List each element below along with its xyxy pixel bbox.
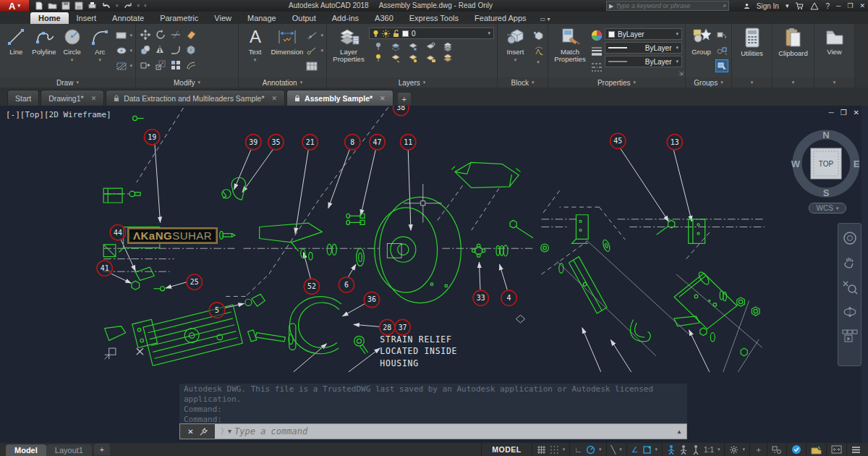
save-icon[interactable] bbox=[61, 1, 70, 10]
multileader-icon[interactable] bbox=[305, 44, 318, 57]
lineweight-icon[interactable] bbox=[590, 45, 603, 58]
hatch-tool-icon[interactable] bbox=[115, 59, 128, 72]
sign-in-button[interactable]: Sign In bbox=[757, 2, 779, 10]
tab-featured-apps[interactable]: Featured Apps bbox=[467, 12, 535, 24]
restore-button[interactable]: ❐ bbox=[847, 2, 853, 9]
annotation-autoscale-icon[interactable] bbox=[679, 444, 688, 455]
panel-label-annotation[interactable]: Annotation▾ bbox=[239, 77, 326, 88]
zoom-icon[interactable] bbox=[842, 280, 858, 295]
chevron-down-icon[interactable]: ▾ bbox=[563, 447, 566, 452]
linetype-icon[interactable] bbox=[590, 61, 603, 74]
ungroup-icon[interactable] bbox=[715, 29, 728, 42]
panel-dialog-launcher[interactable]: ⇲ bbox=[678, 70, 684, 77]
panel-label-clipboard[interactable]: ▾ bbox=[773, 77, 814, 88]
file-tab-start[interactable]: Start bbox=[7, 90, 39, 106]
viewport-controls[interactable]: [-][Top][2D Wireframe] bbox=[6, 110, 111, 119]
array-icon[interactable] bbox=[169, 59, 182, 72]
layer-thaw-icon[interactable] bbox=[408, 54, 418, 63]
trim-icon[interactable] bbox=[169, 28, 182, 41]
panel-label-modify[interactable]: Modify▾ bbox=[136, 77, 238, 88]
viewcube-east[interactable]: E bbox=[854, 159, 860, 169]
panel-label-block[interactable]: Block▾ bbox=[498, 77, 548, 88]
viewcube-top-face[interactable]: TOP bbox=[819, 160, 834, 168]
tab-addins[interactable]: Add-ins bbox=[324, 12, 367, 24]
tab-insert[interactable]: Insert bbox=[69, 12, 105, 24]
chevron-down-icon[interactable]: ▾ bbox=[718, 447, 720, 452]
doc-restore-button[interactable]: ❐ bbox=[841, 109, 847, 117]
erase-icon[interactable] bbox=[184, 28, 197, 41]
tab-a360[interactable]: A360 bbox=[367, 12, 401, 24]
search-input[interactable] bbox=[616, 2, 720, 9]
stretch-icon[interactable] bbox=[139, 59, 152, 72]
chevron-down-icon[interactable]: ▾ bbox=[655, 447, 658, 452]
polar-tracking-icon[interactable] bbox=[586, 445, 595, 455]
ellipse-tool-icon[interactable] bbox=[115, 44, 128, 57]
command-input[interactable] bbox=[234, 426, 676, 436]
group-button[interactable]: Group bbox=[689, 26, 714, 77]
panel-label-layers[interactable]: Layers▾ bbox=[327, 77, 497, 88]
annotation-monitor-icon[interactable]: ＋ bbox=[754, 444, 762, 455]
save-as-icon[interactable] bbox=[75, 1, 83, 10]
chevron-down-icon[interactable]: ▾ bbox=[532, 59, 545, 65]
chevron-down-icon[interactable]: ▾ bbox=[619, 447, 622, 452]
ortho-icon[interactable]: ∟ bbox=[574, 445, 582, 454]
new-tab-button[interactable]: + bbox=[398, 93, 411, 106]
layer-unlock-icon[interactable] bbox=[425, 54, 435, 63]
ribbon-minimize-icon[interactable]: ▭ ▾ bbox=[535, 14, 556, 24]
doc-close-button[interactable]: ✕ bbox=[854, 109, 859, 117]
scale-icon[interactable] bbox=[154, 59, 167, 72]
store-cart-icon[interactable] bbox=[795, 2, 804, 10]
object-snap-tracking-icon[interactable]: ∠ bbox=[631, 445, 639, 455]
offset-icon[interactable] bbox=[184, 59, 197, 72]
layer-states-icon[interactable] bbox=[443, 42, 453, 51]
model-space-indicator[interactable]: MODEL bbox=[486, 445, 527, 454]
layer-lock-icon[interactable] bbox=[425, 42, 435, 51]
snap-grid-icon[interactable] bbox=[550, 445, 559, 455]
fillet-icon[interactable] bbox=[169, 43, 182, 56]
explode-icon[interactable] bbox=[184, 43, 197, 56]
model-tab[interactable]: Model bbox=[6, 444, 46, 456]
viewcube-south[interactable]: S bbox=[823, 187, 830, 198]
tab-annotate[interactable]: Annotate bbox=[104, 12, 152, 24]
match-properties-button[interactable]: Match Properties bbox=[551, 26, 589, 77]
arc-button[interactable]: Arc▾ bbox=[87, 26, 114, 77]
close-icon[interactable]: ✕ bbox=[272, 95, 278, 102]
group-selection-toggle[interactable] bbox=[715, 59, 728, 72]
command-customize-icon[interactable] bbox=[200, 428, 208, 436]
qat-customize-icon[interactable]: ▾ bbox=[144, 3, 147, 9]
undo-icon[interactable] bbox=[101, 1, 111, 10]
clean-screen-icon[interactable] bbox=[811, 445, 822, 455]
command-close-icon[interactable]: ✕ bbox=[187, 428, 193, 436]
create-block-icon[interactable] bbox=[532, 29, 545, 42]
autocad-logo[interactable]: A▾ bbox=[0, 0, 29, 12]
panel-label-properties[interactable]: Properties▾ bbox=[548, 77, 685, 88]
layer-select[interactable]: 0 ▾ bbox=[369, 28, 494, 39]
rotate-icon[interactable] bbox=[154, 28, 167, 41]
close-button[interactable]: ✕ bbox=[859, 2, 865, 9]
mirror-icon[interactable] bbox=[154, 43, 167, 56]
layer-off-icon[interactable] bbox=[373, 42, 383, 51]
table-tool-icon[interactable] bbox=[305, 59, 318, 72]
tab-express-tools[interactable]: Express Tools bbox=[401, 12, 467, 24]
plot-icon[interactable] bbox=[88, 1, 97, 10]
customization-menu-icon[interactable] bbox=[851, 446, 861, 454]
new-layout-button[interactable]: + bbox=[94, 444, 110, 455]
viewcube[interactable]: N W E S TOP bbox=[790, 126, 862, 201]
chevron-down-icon[interactable]: ▾ bbox=[116, 3, 119, 9]
chevron-down-icon[interactable]: ▾ bbox=[786, 2, 789, 9]
show-motion-icon[interactable] bbox=[842, 329, 858, 342]
viewcube-west[interactable]: W bbox=[791, 159, 801, 169]
tab-view[interactable]: View bbox=[206, 12, 239, 24]
minimize-button[interactable]: ─ bbox=[836, 2, 841, 9]
lineweight-select[interactable]: ByLayer▾ bbox=[605, 42, 682, 54]
scrollbar[interactable] bbox=[861, 106, 868, 443]
autodesk-app-icon[interactable] bbox=[810, 2, 819, 10]
annotation-scale-value[interactable]: 1:1 bbox=[704, 446, 714, 454]
panel-label-view[interactable]: ▾ bbox=[814, 77, 854, 88]
leader-tool-icon[interactable] bbox=[305, 29, 318, 42]
linetype-select[interactable]: ByLayer▾ bbox=[605, 56, 682, 67]
utilities-button[interactable]: Utilities bbox=[735, 26, 769, 77]
polyline-button[interactable]: Polyline bbox=[31, 26, 58, 77]
new-file-icon[interactable] bbox=[35, 1, 43, 10]
object-color-select[interactable]: ByLayer▾ bbox=[605, 28, 682, 40]
